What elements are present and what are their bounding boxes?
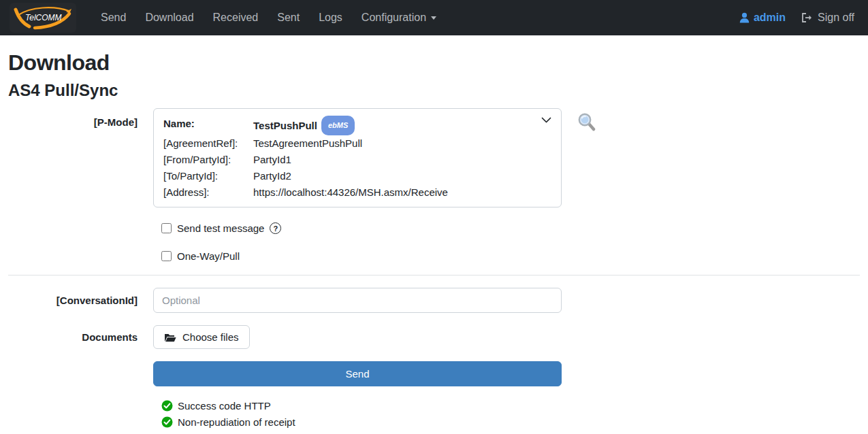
pmode-value-topartyid: PartyId2 xyxy=(253,168,551,184)
nav-item-received[interactable]: Received xyxy=(205,6,267,29)
ebms-badge: ebMS xyxy=(321,116,355,135)
sign-off-button[interactable]: Sign off xyxy=(797,6,858,29)
send-row: Send xyxy=(8,361,860,386)
page-subtitle: AS4 Pull/Sync xyxy=(8,81,860,100)
search-icon xyxy=(577,112,596,132)
folder-open-icon xyxy=(164,333,176,342)
pmode-value-address: https://localhost:44326/MSH.asmx/Receive xyxy=(253,184,551,201)
nav-item-configuration-label: Configuration xyxy=(361,12,426,24)
logo-swoosh-icon: TelCOMM xyxy=(12,4,74,31)
send-test-message-label: Send test message xyxy=(177,222,264,234)
conversationid-label: [ConversationId] xyxy=(8,295,138,306)
page-title: Download xyxy=(8,50,860,76)
pmode-row: [P-Mode] Name: TestPushPullebMS [Agreeme… xyxy=(8,108,860,207)
help-icon[interactable]: ? xyxy=(270,222,281,234)
pmode-key-topartyid: [To/PartyId]: xyxy=(163,168,253,184)
pmode-key-frompartyid: [From/PartyId]: xyxy=(163,152,253,168)
status-label: Success code HTTP xyxy=(178,400,271,412)
nav-item-logs[interactable]: Logs xyxy=(310,6,351,29)
documents-label: Documents xyxy=(8,331,138,343)
main-content: Download AS4 Pull/Sync [P-Mode] Name: Te… xyxy=(0,50,868,428)
sign-off-icon xyxy=(801,12,813,23)
status-list: Success code HTTP Non-repudiation of rec… xyxy=(161,400,860,428)
choose-files-label: Choose files xyxy=(182,331,239,343)
conversationid-input[interactable] xyxy=(153,288,562,313)
pmode-key-name: Name: xyxy=(163,116,253,135)
one-way-pull-checkbox[interactable] xyxy=(161,251,172,261)
nav-item-sent[interactable]: Sent xyxy=(269,6,308,29)
sign-off-label: Sign off xyxy=(818,12,854,24)
nav-right: admin Sign off xyxy=(735,6,858,29)
choose-files-button[interactable]: Choose files xyxy=(153,325,250,349)
check-circle-icon xyxy=(161,416,173,428)
telcomm-logo[interactable]: TelCOMM xyxy=(10,3,76,33)
send-test-message-checkbox[interactable] xyxy=(161,223,172,233)
status-success-code-http: Success code HTTP xyxy=(161,400,860,412)
user-name: admin xyxy=(754,12,786,24)
chevron-down-icon xyxy=(431,16,436,20)
pmode-name-text: TestPushPull xyxy=(253,120,317,131)
nav-item-send[interactable]: Send xyxy=(93,6,134,29)
pmode-select[interactable]: Name: TestPushPullebMS [AgreementRef]: T… xyxy=(153,108,562,207)
top-navbar: TelCOMM Send Download Received Sent Logs… xyxy=(0,0,868,35)
pmode-key-agreementref: [AgreementRef]: xyxy=(163,135,253,152)
documents-row: Documents Choose files xyxy=(8,325,860,349)
send-button[interactable]: Send xyxy=(153,361,562,386)
pmode-value-agreementref: TestAgreementPushPull xyxy=(253,135,551,152)
user-menu[interactable]: admin xyxy=(735,6,790,29)
status-label: Non-repudiation of receipt xyxy=(178,416,295,428)
one-way-pull-label: One-Way/Pull xyxy=(177,250,240,262)
chevron-down-icon xyxy=(541,117,551,123)
one-way-pull-row: One-Way/Pull xyxy=(161,250,860,262)
status-non-repudiation: Non-repudiation of receipt xyxy=(161,416,860,428)
pmode-key-address: [Address]: xyxy=(163,184,253,201)
svg-text:TelCOMM: TelCOMM xyxy=(25,13,62,22)
nav-links: Send Download Received Sent Logs Configu… xyxy=(93,6,445,29)
pmode-value-frompartyid: PartyId1 xyxy=(253,152,551,168)
send-test-message-row: Send test message ? xyxy=(161,222,860,234)
nav-item-configuration[interactable]: Configuration xyxy=(353,6,445,29)
pmode-value-name: TestPushPullebMS xyxy=(253,116,551,135)
section-divider xyxy=(8,275,860,276)
pmode-details: Name: TestPushPullebMS [AgreementRef]: T… xyxy=(163,116,551,201)
conversationid-row: [ConversationId] xyxy=(8,288,860,313)
pmode-label: [P-Mode] xyxy=(8,108,138,128)
check-circle-icon xyxy=(161,400,173,412)
pmode-search-button[interactable] xyxy=(577,108,605,135)
nav-item-download[interactable]: Download xyxy=(137,6,202,29)
user-icon xyxy=(739,12,750,23)
